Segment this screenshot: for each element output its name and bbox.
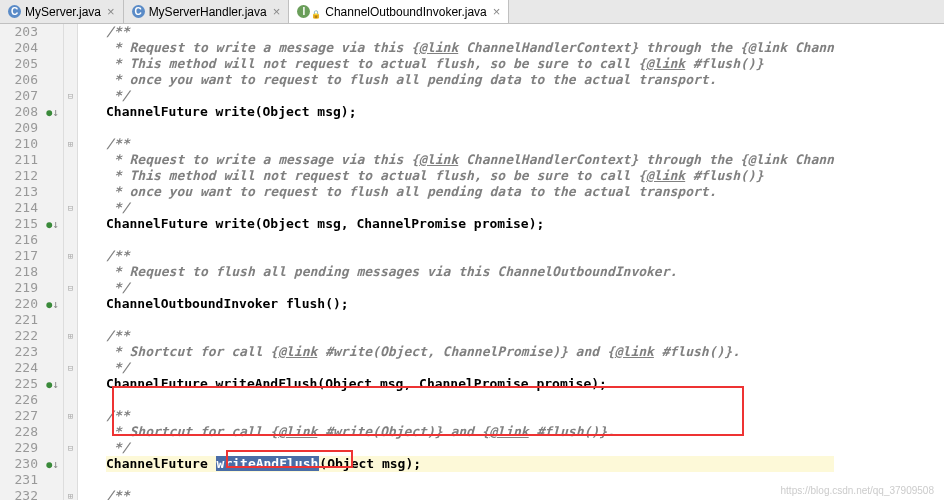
gutter-marker — [42, 312, 63, 328]
code-line[interactable] — [106, 232, 834, 248]
gutter-marker — [42, 408, 63, 424]
fold-marker — [64, 264, 77, 280]
code-line[interactable]: ChannelFuture writeAndFlush(Object msg); — [106, 456, 834, 472]
gutter-marker — [42, 232, 63, 248]
gutter-marker — [42, 24, 63, 40]
fold-marker — [64, 72, 77, 88]
line-number: 209 — [0, 120, 38, 136]
code-line[interactable]: /** — [106, 408, 834, 424]
fold-marker — [64, 24, 77, 40]
code-line[interactable] — [106, 392, 834, 408]
marker-gutter: ●↓●↓●↓●↓●↓ — [42, 24, 64, 500]
fold-marker — [64, 472, 77, 488]
line-number: 212 — [0, 168, 38, 184]
gutter-marker — [42, 88, 63, 104]
gutter-marker: ●↓ — [42, 456, 63, 472]
tab-myserver[interactable]: C MyServer.java × — [0, 0, 124, 23]
gutter-marker — [42, 136, 63, 152]
code-line[interactable]: ChannelFuture write(Object msg); — [106, 104, 834, 120]
implements-icon: ↓ — [52, 106, 59, 119]
line-number: 214 — [0, 200, 38, 216]
line-number: 213 — [0, 184, 38, 200]
tab-label: ChannelOutboundInvoker.java — [325, 5, 486, 19]
code-line[interactable]: * This method will not request to actual… — [106, 168, 834, 184]
line-number: 230 — [0, 456, 38, 472]
code-line[interactable]: /** — [106, 328, 834, 344]
gutter-marker — [42, 56, 63, 72]
fold-marker[interactable]: ⊞ — [64, 248, 77, 264]
code-line[interactable]: */ — [106, 88, 834, 104]
code-line[interactable]: * Request to flush all pending messages … — [106, 264, 834, 280]
code-line[interactable]: * Shortcut for call {@link #write(Object… — [106, 424, 834, 440]
tab-myserverhandler[interactable]: C MyServerHandler.java × — [124, 0, 290, 23]
selected-method[interactable]: writeAndFlush — [216, 456, 320, 471]
line-number: 221 — [0, 312, 38, 328]
gutter-marker — [42, 392, 63, 408]
code-line[interactable] — [106, 120, 834, 136]
code-line[interactable]: * once you want to request to flush all … — [106, 184, 834, 200]
code-line[interactable]: * This method will not request to actual… — [106, 56, 834, 72]
line-number: 223 — [0, 344, 38, 360]
fold-marker — [64, 56, 77, 72]
code-line[interactable]: */ — [106, 440, 834, 456]
line-number: 225 — [0, 376, 38, 392]
code-line[interactable]: ChannelFuture write(Object msg, ChannelP… — [106, 216, 834, 232]
gutter-marker — [42, 120, 63, 136]
code-line[interactable]: */ — [106, 280, 834, 296]
class-icon: C — [8, 5, 21, 18]
fold-marker[interactable]: ⊞ — [64, 488, 77, 500]
code-line[interactable]: /** — [106, 136, 834, 152]
fold-marker — [64, 376, 77, 392]
line-number: 226 — [0, 392, 38, 408]
gutter-marker — [42, 424, 63, 440]
code-line[interactable]: * once you want to request to flush all … — [106, 72, 834, 88]
gutter-marker: ●↓ — [42, 216, 63, 232]
gutter-marker — [42, 440, 63, 456]
close-icon[interactable]: × — [107, 4, 115, 19]
code-line[interactable]: /** — [106, 248, 834, 264]
fold-marker — [64, 232, 77, 248]
tab-channeloutboundinvoker[interactable]: 🔒 ChannelOutboundInvoker.java × — [289, 0, 509, 23]
close-icon[interactable]: × — [273, 4, 281, 19]
fold-marker[interactable]: ⊟ — [64, 360, 77, 376]
fold-marker — [64, 424, 77, 440]
close-icon[interactable]: × — [493, 4, 501, 19]
fold-marker — [64, 312, 77, 328]
gutter-marker: ●↓ — [42, 376, 63, 392]
line-number: 220 — [0, 296, 38, 312]
line-number: 208 — [0, 104, 38, 120]
fold-marker[interactable]: ⊟ — [64, 88, 77, 104]
fold-marker[interactable]: ⊟ — [64, 280, 77, 296]
code-line[interactable]: ChannelFuture writeAndFlush(Object msg, … — [106, 376, 834, 392]
code-line[interactable]: */ — [106, 200, 834, 216]
gutter-marker — [42, 360, 63, 376]
line-number: 217 — [0, 248, 38, 264]
line-number: 211 — [0, 152, 38, 168]
line-number-gutter: 2032042052062072082092102112122132142152… — [0, 24, 42, 500]
code-line[interactable]: ChannelOutboundInvoker flush(); — [106, 296, 834, 312]
code-line[interactable]: /** — [106, 488, 834, 500]
fold-marker[interactable]: ⊟ — [64, 440, 77, 456]
code-line[interactable]: * Shortcut for call {@link #write(Object… — [106, 344, 834, 360]
code-line[interactable]: /** — [106, 24, 834, 40]
line-number: 229 — [0, 440, 38, 456]
code-line[interactable] — [106, 472, 834, 488]
fold-marker[interactable]: ⊞ — [64, 136, 77, 152]
fold-marker — [64, 456, 77, 472]
lock-icon: 🔒 — [311, 10, 321, 19]
fold-marker[interactable]: ⊟ — [64, 200, 77, 216]
code-editor[interactable]: 2032042052062072082092102112122132142152… — [0, 24, 944, 500]
code-line[interactable]: * Request to write a message via this {@… — [106, 152, 834, 168]
gutter-marker — [42, 168, 63, 184]
fold-marker[interactable]: ⊞ — [64, 328, 77, 344]
line-number: 205 — [0, 56, 38, 72]
line-number: 232 — [0, 488, 38, 500]
code-line[interactable]: */ — [106, 360, 834, 376]
code-line[interactable]: * Request to write a message via this {@… — [106, 40, 834, 56]
interface-icon — [297, 5, 310, 18]
code-area[interactable]: /** * Request to write a message via thi… — [78, 24, 834, 500]
code-line[interactable] — [106, 312, 834, 328]
fold-marker[interactable]: ⊞ — [64, 408, 77, 424]
gutter-marker — [42, 40, 63, 56]
editor-tabs: C MyServer.java × C MyServerHandler.java… — [0, 0, 944, 24]
